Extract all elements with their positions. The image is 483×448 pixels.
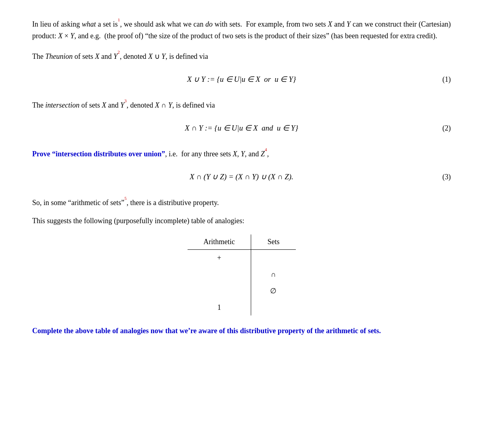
table-row: ∩ xyxy=(188,266,296,283)
paragraph-suggests: This suggests the following (purposefull… xyxy=(32,215,451,227)
prove-text: Prove “intersection distributes over uni… xyxy=(32,150,165,158)
p3-the: The xyxy=(32,101,45,109)
p3-denoted: , denoted X ∩ Y, is defined via xyxy=(127,101,215,109)
p2-denoted: , denoted X ∪ Y, is defined via xyxy=(120,52,208,60)
p2-union: The xyxy=(45,52,56,60)
eq3-content: X ∩ (Y ∪ Z) = (X ∩ Y) ∪ (X ∩ Z). xyxy=(190,171,293,183)
eq1-content: X ∪ Y := {u ∈ U|u ∈ X or u ∈ Y} xyxy=(187,73,296,85)
col-sets: Sets xyxy=(251,234,296,249)
p1-rest: , we should ask what we can xyxy=(120,20,205,28)
table-cell-empty3 xyxy=(188,283,251,299)
table-cell-plus: + xyxy=(188,250,251,266)
table-cell-cap: ∩ xyxy=(251,266,296,283)
table-row: + xyxy=(188,250,296,266)
paragraph-complete: Complete the above table of analogies no… xyxy=(32,325,451,337)
prove-rest: , i.e. for any three sets X, Y, and Z xyxy=(165,150,264,158)
p2-the: The xyxy=(32,52,45,60)
complete-text: Complete the above table of analogies no… xyxy=(32,327,381,335)
eq2-content: X ∩ Y := {u ∈ U|u ∈ X and u ∈ Y} xyxy=(185,122,298,134)
eq2-number: (2) xyxy=(442,122,451,134)
suggests-text: This suggests the following (purposefull… xyxy=(32,217,244,225)
paragraph-3-intersection: The intersection of sets X and Y3, denot… xyxy=(32,97,451,111)
eq3-number: (3) xyxy=(442,171,451,183)
p1-what: what xyxy=(82,20,96,28)
table-row: ∅ xyxy=(188,283,296,299)
table-row: 1 xyxy=(188,299,296,316)
p2-union-word: union xyxy=(56,52,72,60)
paragraph-1: In lieu of asking what a set is1, we sho… xyxy=(32,16,451,42)
analogy-table-container: Arithmetic Sets + ∩ ∅ 1 xyxy=(32,234,451,315)
p2-ofsets: of sets X and Y xyxy=(73,52,118,60)
paragraph-so: So, in some “arithmetic of sets”5, there… xyxy=(32,195,451,209)
analogy-table: Arithmetic Sets + ∩ ∅ 1 xyxy=(188,234,296,315)
equation-3: X ∩ (Y ∪ Z) = (X ∩ Y) ∪ (X ∩ Z). (3) xyxy=(32,171,451,183)
paragraph-prove: Prove “intersection distributes over uni… xyxy=(32,146,451,160)
equation-1: X ∪ Y := {u ∈ U|u ∈ X or u ∈ Y} (1) xyxy=(32,73,451,85)
so-rest: , there is a distributive property. xyxy=(127,199,219,207)
so-text: So, in some “arithmetic of sets” xyxy=(32,199,124,207)
p3-ofsets: of sets X and Y xyxy=(79,101,124,109)
table-cell-emptyset: ∅ xyxy=(251,283,296,299)
page-content: In lieu of asking what a set is1, we sho… xyxy=(32,16,451,337)
table-cell-empty4 xyxy=(251,299,296,316)
p1-asetis: a set is xyxy=(96,20,118,28)
p1-do: do xyxy=(205,20,213,28)
table-cell-one: 1 xyxy=(188,299,251,316)
prove-comma: , xyxy=(267,150,269,158)
table-cell-empty2 xyxy=(188,266,251,283)
table-cell-empty1 xyxy=(251,250,296,266)
eq1-number: (1) xyxy=(442,74,451,85)
paragraph-2-union: The Theunion of sets X and Y2, denoted X… xyxy=(32,48,451,62)
p3-intersection-word: intersection xyxy=(45,101,79,109)
table-header-row: Arithmetic Sets xyxy=(188,234,296,249)
equation-2: X ∩ Y := {u ∈ U|u ∈ X and u ∈ Y} (2) xyxy=(32,122,451,134)
p1-intro: In lieu of asking xyxy=(32,20,82,28)
col-arithmetic: Arithmetic xyxy=(188,234,251,249)
